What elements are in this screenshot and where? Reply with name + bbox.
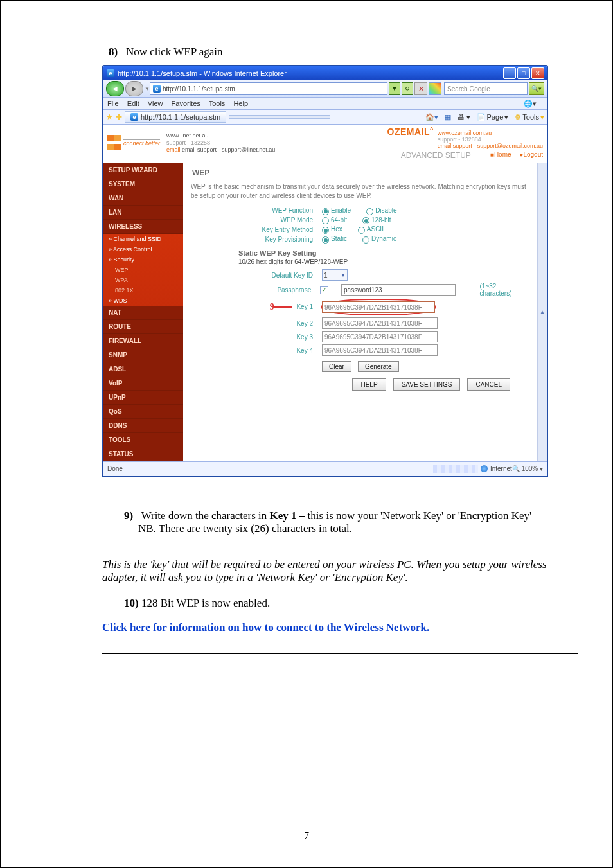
menu-favorites[interactable]: Favorites [172, 100, 200, 107]
nav-upnp[interactable]: UPnP [103, 391, 183, 405]
nav-wan[interactable]: WAN [103, 191, 183, 206]
address-bar: ◄ ► ▼ http://10.1.1.1/setupa.stm ▼ ↻ ✕ S… [103, 80, 547, 98]
opt1[interactable]: Enable [322, 207, 351, 215]
refresh-button[interactable]: ↻ [402, 82, 413, 95]
nav-voip[interactable]: VoIP [103, 376, 183, 391]
stop-button[interactable]: ✕ [414, 82, 427, 95]
wireless-info-link[interactable]: Click here for information on how to con… [102, 621, 429, 633]
passphrase-checkbox[interactable]: ✓ [320, 286, 328, 294]
key3-label: Key 3 [191, 333, 313, 341]
key4-input[interactable]: 96A9695C3947DA2B143171038F [322, 344, 438, 356]
url-input[interactable]: http://10.1.1.1/setupa.stm [150, 82, 387, 95]
side-nav: SETUP WIZARDSYSTEMWANLANWIRELESS» Channe… [103, 163, 183, 461]
hex-note: 10/26 hex digits for 64-WEP/128-WEP [238, 258, 529, 265]
nav--access-control[interactable]: » Access Control [103, 244, 183, 254]
nav-system[interactable]: SYSTEM [103, 177, 183, 191]
menu-help[interactable]: Help [233, 100, 248, 107]
menu-file[interactable]: File [107, 100, 119, 107]
lbl: WEP Mode [191, 217, 313, 224]
menu-view[interactable]: View [148, 100, 163, 107]
logout-link[interactable]: Logout [523, 151, 543, 158]
page-menu[interactable]: 📄 Page ▾ [477, 113, 509, 121]
wep-row-wep-mode: WEP Mode64-bit128-bit [191, 217, 529, 224]
nav-tools[interactable]: TOOLS [103, 433, 183, 447]
nav--security[interactable]: » Security [103, 254, 183, 265]
nav-nat[interactable]: NAT [103, 306, 183, 320]
nav-status[interactable]: STATUS [103, 447, 183, 461]
passphrase-input[interactable]: password123 [341, 284, 455, 296]
passphrase-hint: (1~32 characters) [480, 283, 530, 297]
page-number: 7 [1, 830, 612, 842]
opt1[interactable]: 64-bit [322, 217, 347, 224]
back-button[interactable]: ◄ [106, 81, 124, 96]
nav-snmp[interactable]: SNMP [103, 348, 183, 362]
zoom-control[interactable]: 🔍 100% ▾ [512, 465, 543, 472]
nav-qos[interactable]: QoS [103, 405, 183, 419]
key1-input[interactable]: 96A9695C3947DA2B143171038F [322, 301, 435, 313]
nav-wpa[interactable]: WPA [103, 275, 183, 285]
step8-number: 8) [109, 46, 118, 58]
opt2[interactable]: Disable [366, 207, 396, 215]
nav-setup-wizard[interactable]: SETUP WIZARD [103, 163, 183, 177]
opt2[interactable]: Dynamic [362, 235, 396, 243]
home-link[interactable]: Home [494, 151, 511, 158]
browser-tab[interactable]: http://10.1.1.1/setupa.stm [125, 111, 226, 123]
help-button[interactable]: HELP [352, 378, 386, 391]
key1-highlight: 96A9695C3947DA2B143171038F [321, 299, 436, 315]
window-title: http://10.1.1.1/setupa.stm - Windows Int… [118, 69, 503, 77]
step9-text-a: Write down the characters in [141, 509, 270, 522]
settings-icon[interactable]: 🌐▾ [524, 100, 537, 108]
clear-button[interactable]: Clear [322, 361, 351, 372]
nav-firewall[interactable]: FIREWALL [103, 334, 183, 348]
wep-panel: WEP WEP is the basic mechanism to transm… [183, 163, 537, 461]
nav-802-1x[interactable]: 802.1X [103, 285, 183, 296]
key1-label: Key 1 [296, 303, 313, 310]
key2-input[interactable]: 96A9695C3947DA2B143171038F [322, 317, 438, 329]
save-settings-button[interactable]: SAVE SETTINGS [393, 378, 461, 391]
print-icon[interactable]: 🖶 ▾ [458, 113, 470, 121]
nav-ddns[interactable]: DDNS [103, 419, 183, 433]
wep-title: WEP [192, 168, 529, 177]
add-favorite-icon[interactable]: ✚ [116, 112, 122, 121]
opt2[interactable]: ASCII [358, 226, 384, 233]
search-go-button[interactable]: 🔍▾ [529, 82, 544, 95]
menu-edit[interactable]: Edit [127, 100, 139, 107]
progress-bar [433, 465, 478, 473]
nav-wep[interactable]: WEP [103, 265, 183, 275]
generate-button[interactable]: Generate [358, 361, 399, 372]
key3-input[interactable]: 96A9695C3947DA2B143171038F [322, 331, 438, 342]
nav-route[interactable]: ROUTE [103, 320, 183, 334]
opt1[interactable]: Hex [322, 226, 342, 233]
scrollbar[interactable]: ▲ [537, 163, 547, 461]
maximize-button[interactable]: □ [517, 67, 530, 79]
iinet-info: www.iinet.net.au support - 132258 email … [166, 132, 275, 153]
live-search-icon[interactable] [429, 82, 441, 95]
lbl: Key Provisioning [191, 236, 313, 243]
forward-button[interactable]: ► [125, 81, 143, 96]
opt1[interactable]: Static [322, 235, 347, 243]
nav-lan[interactable]: LAN [103, 206, 183, 220]
menu-tools[interactable]: Tools [209, 100, 226, 107]
new-tab[interactable] [229, 115, 330, 119]
opt2[interactable]: 128-bit [362, 217, 391, 224]
feeds-icon[interactable]: ▦ [445, 113, 451, 121]
search-input[interactable]: Search Google [444, 82, 528, 95]
nav--wds[interactable]: » WDS [103, 296, 183, 306]
favorites-icon[interactable]: ★ [106, 112, 113, 121]
tools-menu[interactable]: ⚙ Tools ▾ [515, 113, 544, 121]
lbl: WEP Function [191, 207, 313, 214]
nav--channel-and-ssid[interactable]: » Channel and SSID [103, 234, 183, 244]
wep-description: WEP is the basic mechanism to transmit y… [191, 182, 529, 200]
default-key-select[interactable]: 1▼ [322, 269, 348, 281]
url-dropdown[interactable]: ▼ [389, 82, 400, 95]
home-icon[interactable]: 🏠▾ [425, 113, 438, 121]
static-key-header: Static WEP Key Setting [238, 249, 529, 257]
nav-wireless[interactable]: WIRELESS [103, 220, 183, 234]
cancel-button[interactable]: CANCEL [467, 378, 510, 391]
minimize-button[interactable]: _ [503, 67, 516, 79]
default-key-id-label: Default Key ID [191, 272, 313, 279]
lbl: Key Entry Method [191, 226, 313, 233]
key-note: This is the 'key' that will be required … [102, 558, 578, 584]
close-button[interactable]: ✕ [531, 67, 544, 79]
nav-adsl[interactable]: ADSL [103, 362, 183, 376]
